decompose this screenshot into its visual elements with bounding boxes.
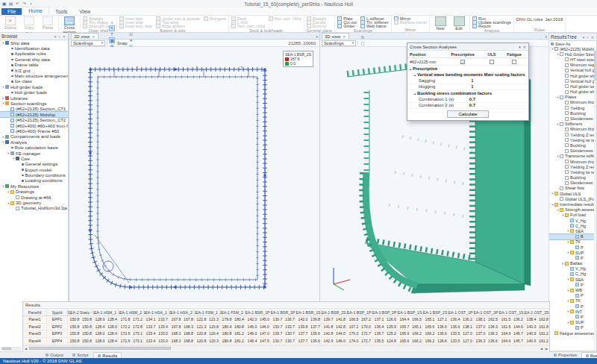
field-value[interactable]: 0.7 (461, 97, 484, 101)
column-header-sea-1-fsm-2[interactable]: SEA-1 FSM_2✓ (220, 309, 246, 316)
results-tree-item[interactable]: ▾WB (549, 287, 594, 292)
browse-tree-item[interactable]: Loading conditions (0, 178, 68, 183)
results-tree-item[interactable]: ▾Strength assessment (549, 207, 594, 213)
prescriptive-checkbox[interactable]: ✓ (460, 60, 465, 64)
close-icon[interactable]: ✕ (92, 34, 95, 39)
dock-tab-properties[interactable]: Properties (550, 352, 581, 358)
browse-tree-item[interactable]: ▸Libraries (0, 95, 68, 101)
results-tree-item[interactable]: Slenderness (549, 181, 594, 186)
results-tree-item[interactable]: Slenderness (549, 116, 594, 121)
close-icon[interactable]: ✕ (343, 34, 346, 39)
checkbox[interactable] (565, 69, 569, 72)
results-tree-item[interactable]: ▾SEA (549, 277, 594, 282)
browse-tree-item[interactable]: Applicable rules (0, 51, 68, 57)
column-header-sea-1-ost-2s[interactable]: SEA-1 OST_2S✓ (525, 309, 549, 316)
checkbox[interactable] (565, 143, 569, 147)
scroll-left-icon[interactable]: ◀ (539, 347, 544, 351)
column-header-sppid[interactable]: SppId (47, 309, 68, 316)
results-tree-item[interactable]: Hull girder longitudinal shea (549, 84, 594, 89)
browse-tree-item[interactable]: ▾Cwe (0, 156, 68, 161)
column-header-sea-1-hsm-1[interactable]: SEA-1 HSM_1✓ (93, 309, 119, 316)
pane-menu-icon[interactable]: ▾ (316, 34, 318, 39)
checkbox[interactable] (565, 57, 569, 61)
checkbox[interactable] (565, 133, 569, 136)
browse-tree-item[interactable]: Ice class (0, 79, 68, 84)
column-header-sea-1-bsr-2p[interactable]: SEA-1 BSR_2P✓ (271, 309, 296, 316)
results-tree-item[interactable]: Buckling (549, 142, 594, 148)
column-header-sea-1-bsp-2p[interactable]: SEA-1 BSP_2P✓ (372, 309, 398, 316)
results-tree-item[interactable]: P (549, 314, 594, 319)
checkbox[interactable] (565, 181, 569, 185)
browse-tree-item[interactable]: Hull girder loads (0, 90, 68, 95)
results-tree-item[interactable]: Hull girder shear stress (549, 90, 594, 95)
view-tool-icon[interactable]: ▦ (109, 37, 115, 43)
results-tree-item[interactable]: ▾Intermediate results (549, 201, 594, 207)
results-tree-item[interactable]: ▾TK (549, 239, 594, 245)
panel-header-icons[interactable]: ▾ ▪ ✕ (583, 35, 595, 40)
column-header-sea-1-fsm-1[interactable]: SEA-1 FSM_1✓ (195, 309, 220, 316)
checkbox[interactable] (565, 149, 569, 153)
checkbox[interactable] (565, 138, 569, 142)
tab-2d-view[interactable]: 2D view ✕ (71, 33, 99, 39)
checkbox[interactable] (565, 160, 569, 163)
checkbox[interactable] (565, 128, 569, 131)
results-tree-item[interactable]: ▾INT (549, 309, 594, 314)
checkbox[interactable] (565, 111, 569, 115)
ribbon-button-new[interactable]: New (432, 16, 448, 31)
results-tree-item[interactable]: Buckling (549, 175, 594, 181)
checkbox[interactable] (560, 122, 563, 126)
results-tree-item[interactable]: Yielding Z req. (549, 132, 594, 137)
browse-tree-item[interactable]: ▸Compartments and loads (0, 134, 68, 139)
results-tree-item[interactable]: Vertical hull girder shear str (549, 78, 594, 84)
dialog-section-prescriptive[interactable]: ▴Prescriptive (407, 66, 528, 72)
column-header-sea-2-static[interactable]: SEA-2 Static✓ (68, 309, 93, 316)
table-row[interactable]: Panel2EPP2150.8150.8128.4128.0172.2172.8… (23, 324, 549, 331)
results-tree-item[interactable]: B (549, 234, 594, 239)
dialog-section-buckling-stress-combination-factors[interactable]: ▴Buckling stress combination factors (407, 90, 528, 96)
view-tool-icon[interactable]: T (109, 31, 115, 37)
results-tree-item[interactable]: Global ULS_(Frame) (549, 196, 594, 201)
fatigue-checkbox[interactable] (512, 60, 516, 64)
calculate-button[interactable]: Calculate (447, 110, 488, 118)
results-tree-item[interactable]: P (549, 304, 594, 309)
layer-select[interactable]: Scantlings ▾ (71, 40, 105, 46)
tab-3d-view[interactable]: 3D view ✕ (322, 33, 349, 39)
results-tree-item[interactable]: P (549, 282, 594, 287)
results-tree-item[interactable]: Yielding tw req. (549, 169, 594, 175)
ribbon-tab-file[interactable]: File (1, 8, 22, 15)
checkbox[interactable] (565, 170, 569, 174)
results-tree-item[interactable]: Shear flow (549, 186, 594, 191)
save-icon[interactable]: ▤ (8, 1, 13, 7)
browse-tree-item[interactable]: ▾Drawings (0, 189, 68, 195)
browse-tree-item[interactable]: Tutorial_Hullform3d.3ja (0, 206, 68, 211)
table-row[interactable]: Panel1EPP1150.8150.8128.9128.4171.8171.2… (23, 316, 549, 324)
browse-tree-item[interactable]: General settings (0, 162, 68, 167)
browse-tree-item[interactable]: Rule calculation basis (0, 145, 68, 150)
browse-tree-item[interactable]: General ship data (0, 57, 68, 62)
ribbon-label-jan-2018[interactable]: Jan 2018 (545, 16, 563, 22)
dialog-title-bar[interactable]: Cross Section Analyses ▾✕ (407, 43, 528, 51)
results-tree-item[interactable]: V_Hg (549, 218, 594, 223)
browse-tree-item[interactable]: (#62+2125) Section_CT1 (0, 107, 68, 112)
column-header-sea-1-ost-1p[interactable]: SEA-1 OST_1P✓ (448, 309, 474, 316)
results-hscrollbar[interactable]: ◀ ◀ ▶ (23, 345, 549, 351)
column-header-sea-1-hsa-1[interactable]: SEA-1 HSA_1✓ (144, 309, 169, 316)
column-header-sea-1-bsr-2s[interactable]: SEA-1 BSR_2S✓ (322, 309, 347, 316)
view-2d-canvas[interactable]: SEA-1 BSR_2S 187.60.0 (69, 47, 319, 301)
browse-tree-item[interactable]: (#62+2125) Midship (0, 112, 68, 117)
checkbox[interactable] (565, 90, 569, 94)
browse-tree-item[interactable]: (#62+2125) Section_CT2 (0, 117, 68, 122)
browse-tree-item[interactable]: Frame table (0, 63, 68, 68)
field-value[interactable]: 1 (461, 84, 484, 89)
scroll-right-icon[interactable]: ▶ (544, 347, 549, 351)
browse-tree-item[interactable]: Boundary conditions (0, 172, 68, 178)
column-header-sea-1-ost-2p[interactable]: SEA-1 OST_2P✓ (474, 309, 499, 316)
checkbox[interactable] (565, 74, 569, 78)
results-tree-item[interactable]: HT steel extent (549, 57, 594, 62)
checkbox[interactable] (565, 165, 569, 169)
browse-tree-item[interactable]: ▾My Resources (0, 183, 68, 189)
browse-tree-item[interactable]: ▾Hull girder loads (0, 84, 68, 90)
dock-tab-script[interactable]: Script (69, 352, 92, 358)
column-header-sea-1-bsp-1p[interactable]: SEA-1 BSP_1P✓ (347, 309, 372, 316)
results-tree-item[interactable]: ▾Transverse stiffeners (549, 154, 594, 159)
